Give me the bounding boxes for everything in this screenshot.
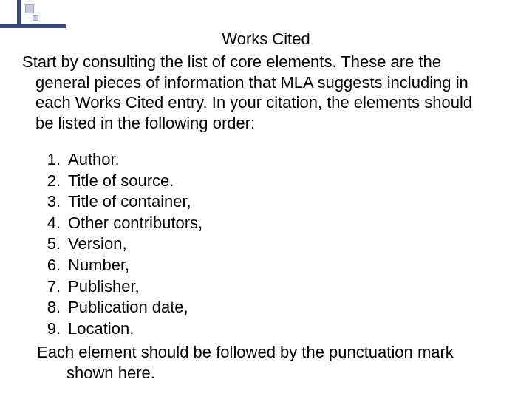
decoration-square-icon bbox=[25, 4, 34, 13]
decoration-square-icon bbox=[33, 15, 38, 21]
list-item: 7. Publisher, bbox=[43, 276, 510, 298]
list-text: Version, bbox=[68, 233, 127, 255]
list-text: Publisher, bbox=[68, 276, 140, 298]
closing-text-line: shown here. bbox=[37, 363, 510, 383]
list-number: 3. bbox=[43, 191, 68, 213]
list-number: 6. bbox=[43, 255, 68, 276]
list-number: 1. bbox=[43, 149, 68, 171]
list-item: 5. Version, bbox=[43, 233, 510, 255]
list-text: Other contributors, bbox=[68, 213, 202, 234]
ordered-list: 1. Author. 2. Title of source. 3. Title … bbox=[22, 149, 510, 339]
list-number: 8. bbox=[43, 297, 68, 318]
list-number: 4. bbox=[43, 213, 68, 234]
closing-paragraph: Each element should be followed by the p… bbox=[22, 342, 510, 383]
intro-paragraph: Start by consulting the list of core ele… bbox=[22, 52, 510, 133]
list-item: 6. Number, bbox=[43, 255, 510, 276]
list-item: 8. Publication date, bbox=[43, 297, 510, 318]
list-item: 2. Title of source. bbox=[43, 171, 510, 192]
intro-text-line: general pieces of information that MLA s… bbox=[22, 72, 510, 93]
list-text: Title of source. bbox=[68, 171, 174, 192]
list-number: 2. bbox=[43, 171, 68, 192]
closing-text-line: Each element should be followed by the p… bbox=[37, 343, 454, 361]
intro-text-line: Start by consulting the list of core ele… bbox=[22, 52, 441, 71]
intro-text-line: each Works Cited entry. In your citation… bbox=[22, 92, 510, 113]
list-item: 4. Other contributors, bbox=[43, 213, 510, 234]
slide-content: Works Cited Start by consulting the list… bbox=[22, 30, 510, 383]
list-text: Number, bbox=[68, 255, 129, 276]
list-text: Location. bbox=[68, 318, 134, 340]
list-number: 5. bbox=[43, 233, 68, 255]
intro-text-line: be listed in the following order: bbox=[22, 113, 510, 134]
list-text: Author. bbox=[68, 149, 120, 171]
list-number: 9. bbox=[43, 318, 68, 340]
list-item: 3. Title of container, bbox=[43, 191, 510, 213]
decoration-hline bbox=[0, 24, 66, 28]
list-text: Publication date, bbox=[68, 297, 188, 318]
slide-title: Works Cited bbox=[22, 30, 510, 49]
list-text: Title of container, bbox=[68, 191, 191, 213]
list-number: 7. bbox=[43, 276, 68, 298]
list-item: 1. Author. bbox=[43, 149, 510, 171]
list-item: 9. Location. bbox=[43, 318, 510, 340]
